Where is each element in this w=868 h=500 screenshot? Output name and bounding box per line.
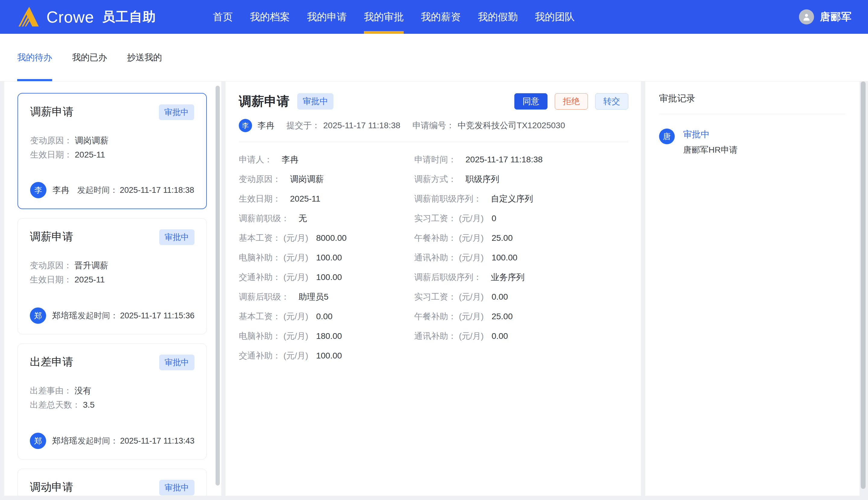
action-buttons: 同意 拒绝 转交 bbox=[514, 93, 628, 110]
field-value: 0.00 bbox=[316, 312, 332, 321]
card-title: 出差申请 bbox=[30, 354, 73, 370]
nav-item-my-salary[interactable]: 我的薪资 bbox=[421, 0, 461, 34]
field-label: 调薪后职级： bbox=[239, 292, 290, 302]
field-post-rank-sequence: 调薪后职级序列：业务序列 bbox=[414, 272, 628, 283]
time-label: 发起时间： bbox=[78, 311, 118, 320]
approval-tabs: 我的待办 我的已办 抄送我的 bbox=[0, 34, 868, 81]
detail-subheader: 李 李冉 提交于： 2025-11-17 11:18:38 申请编号： 中竞发科… bbox=[239, 119, 628, 132]
summary-value: 晋升调薪 bbox=[74, 261, 108, 270]
applicant-name: 郑培瑶 bbox=[52, 435, 78, 446]
field-unit: (元/月) bbox=[283, 233, 308, 242]
field-label: 通讯补助： bbox=[414, 253, 456, 262]
summary-line: 变动原因：调岗调薪 bbox=[30, 133, 194, 148]
field-value: 100.00 bbox=[316, 351, 342, 360]
tab-cc-to-me[interactable]: 抄送我的 bbox=[127, 34, 162, 81]
field-label: 调薪方式： bbox=[414, 174, 456, 184]
summary-label: 生效日期： bbox=[30, 150, 72, 159]
apply-no-value: 中竞发科技公司TX12025030 bbox=[458, 120, 565, 131]
applicant-avatar: 郑 bbox=[30, 433, 46, 449]
todo-card-salary-adjust-1[interactable]: 调薪申请 审批中 变动原因：调岗调薪 生效日期：2025-11 李 李冉 发起时… bbox=[17, 93, 207, 209]
nav-item-my-team[interactable]: 我的团队 bbox=[535, 0, 575, 34]
field-label: 交通补助： bbox=[239, 351, 281, 360]
nav-item-my-profile[interactable]: 我的档案 bbox=[250, 0, 290, 34]
field-unit: (元/月) bbox=[459, 312, 484, 321]
field-value: 李冉 bbox=[282, 155, 298, 164]
summary-label: 变动原因： bbox=[30, 261, 72, 270]
field-value: 无 bbox=[298, 214, 307, 223]
summary-line: 出差总天数：3.5 bbox=[30, 398, 195, 412]
field-label: 午餐补助： bbox=[414, 233, 456, 242]
card-head: 调薪申请 审批中 bbox=[30, 229, 195, 245]
card-title: 调动申请 bbox=[30, 480, 73, 495]
nav-item-my-attendance[interactable]: 我的假勤 bbox=[478, 0, 518, 34]
summary-value: 调岗调薪 bbox=[75, 136, 108, 145]
detail-field-grid: 申请人：李冉 申请时间：2025-11-17 11:18:38 变动原因：调岗调… bbox=[239, 154, 628, 361]
user-menu[interactable]: 唐郦军 bbox=[799, 9, 852, 24]
summary-value: 2025-11 bbox=[75, 150, 105, 159]
summary-value: 2025-11 bbox=[74, 275, 105, 284]
field-unit: (元/月) bbox=[283, 272, 308, 282]
applicant-avatar: 郑 bbox=[30, 307, 46, 324]
field-label: 生效日期： bbox=[239, 194, 281, 203]
field-telecom-allowance-post: 通讯补助：(元/月)0.00 bbox=[414, 331, 628, 342]
list-scrollbar-thumb[interactable] bbox=[215, 86, 220, 486]
time-value: 2025-11-17 11:18:38 bbox=[120, 185, 194, 195]
todo-card-business-trip[interactable]: 出差申请 审批中 出差事由：没有 出差总天数：3.5 郑 郑培瑶 发起时间：20… bbox=[17, 343, 207, 459]
field-lunch-allowance-post: 午餐补助：(元/月)25.00 bbox=[414, 311, 628, 322]
field-lunch-allowance-pre: 午餐补助：(元/月)25.00 bbox=[414, 232, 628, 243]
field-base-salary-pre: 基本工资：(元/月)8000.00 bbox=[239, 232, 414, 243]
brand: Crowe 员工自助 bbox=[16, 5, 156, 29]
field-value: 助理员5 bbox=[298, 292, 329, 302]
initiate-time: 发起时间：2025-11-17 11:15:36 bbox=[78, 310, 195, 321]
tab-my-todo[interactable]: 我的待办 bbox=[17, 34, 52, 81]
forward-button[interactable]: 转交 bbox=[595, 93, 628, 110]
status-badge: 审批中 bbox=[159, 229, 195, 245]
todo-card-salary-adjust-2[interactable]: 调薪申请 审批中 变动原因：晋升调薪 生效日期：2025-11 郑 郑培瑶 发起… bbox=[17, 218, 207, 334]
reject-button[interactable]: 拒绝 bbox=[555, 93, 588, 110]
card-summary: 变动原因：晋升调薪 生效日期：2025-11 bbox=[30, 258, 195, 287]
content-area: 调薪申请 审批中 变动原因：调岗调薪 生效日期：2025-11 李 李冉 发起时… bbox=[0, 81, 868, 500]
field-value: 25.00 bbox=[491, 312, 513, 321]
field-label: 实习工资： bbox=[414, 214, 456, 223]
tab-my-done[interactable]: 我的已办 bbox=[72, 34, 107, 81]
card-footer: 郑 郑培瑶 发起时间：2025-11-17 11:13:43 bbox=[30, 433, 195, 449]
approver-avatar: 唐 bbox=[659, 128, 675, 144]
summary-value: 没有 bbox=[74, 386, 91, 395]
time-label: 发起时间： bbox=[78, 436, 118, 445]
field-label: 变动原因： bbox=[239, 174, 281, 184]
summary-label: 出差总天数： bbox=[30, 400, 81, 409]
approval-detail-panel: 调薪申请 审批中 同意 拒绝 转交 李 李冉 提交于： 2025-11-17 1… bbox=[225, 81, 641, 496]
user-name: 唐郦军 bbox=[820, 10, 852, 24]
field-value: 2025-11 bbox=[290, 194, 320, 203]
field-unit: (元/月) bbox=[459, 233, 484, 242]
field-effective-date: 生效日期：2025-11 bbox=[239, 193, 414, 204]
field-label: 申请人： bbox=[239, 155, 272, 164]
nav-item-my-approvals[interactable]: 我的审批 bbox=[364, 0, 404, 34]
field-applicant: 申请人：李冉 bbox=[239, 154, 414, 165]
summary-line: 变动原因：晋升调薪 bbox=[30, 258, 195, 272]
approve-button[interactable]: 同意 bbox=[514, 93, 548, 110]
card-title: 调薪申请 bbox=[30, 229, 73, 244]
record-description: 唐郦军HR申请 bbox=[683, 144, 737, 156]
field-computer-allowance-pre: 电脑补助：(元/月)100.00 bbox=[239, 252, 414, 263]
initiate-time: 发起时间：2025-11-17 11:13:43 bbox=[78, 435, 195, 446]
field-value: 0.00 bbox=[491, 331, 508, 341]
person-icon bbox=[802, 12, 811, 21]
summary-label: 出差事由： bbox=[30, 386, 72, 395]
card-summary: 变动原因：调岗调薪 生效日期：2025-11 bbox=[30, 133, 194, 162]
todo-card-transfer[interactable]: 调动申请 审批中 bbox=[17, 469, 207, 496]
nav-item-home[interactable]: 首页 bbox=[213, 0, 233, 34]
field-adjust-method: 调薪方式：职级序列 bbox=[414, 174, 628, 185]
top-navbar: Crowe 员工自助 首页 我的档案 我的申请 我的审批 我的薪资 我的假勤 我… bbox=[0, 0, 868, 34]
todo-list-panel: 调薪申请 审批中 变动原因：调岗调薪 生效日期：2025-11 李 李冉 发起时… bbox=[4, 81, 221, 496]
detail-header: 调薪申请 审批中 同意 拒绝 转交 bbox=[239, 93, 628, 110]
field-label: 调薪前职级序列： bbox=[414, 194, 482, 203]
status-badge: 审批中 bbox=[159, 104, 194, 120]
field-label: 午餐补助： bbox=[414, 312, 456, 321]
field-value: 自定义序列 bbox=[491, 194, 533, 203]
field-label: 调薪前职级： bbox=[239, 214, 290, 223]
field-change-reason: 变动原因：调岗调薪 bbox=[239, 174, 414, 185]
card-head: 调薪申请 审批中 bbox=[30, 104, 194, 120]
page-scrollbar-thumb[interactable] bbox=[861, 81, 866, 489]
nav-item-my-applications[interactable]: 我的申请 bbox=[307, 0, 347, 34]
